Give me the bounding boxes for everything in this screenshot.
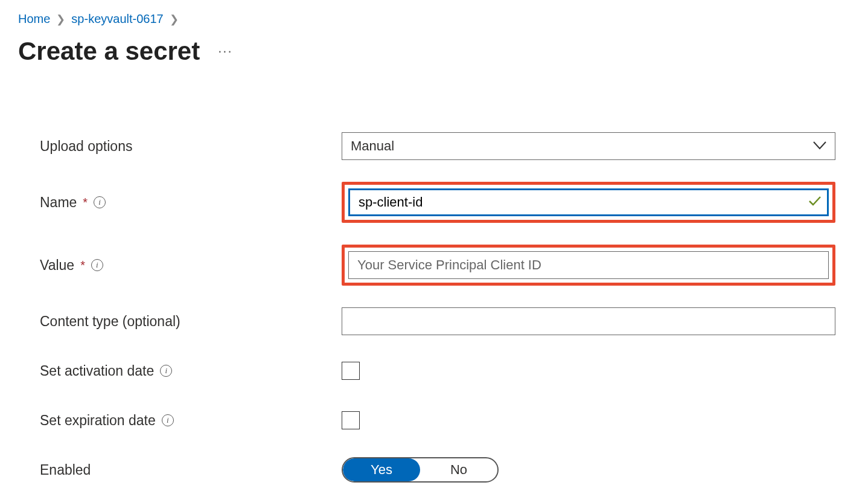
upload-options-dropdown[interactable]: Manual <box>342 132 835 160</box>
title-row: Create a secret ··· <box>18 37 850 66</box>
label-text: Set activation date <box>40 363 154 379</box>
label-upload-options: Upload options <box>40 138 342 155</box>
breadcrumb-keyvault[interactable]: sp-keyvault-0617 <box>71 12 163 26</box>
row-content-type: Content type (optional) <box>40 307 850 335</box>
enabled-toggle: Yes No <box>342 457 499 483</box>
label-enabled: Enabled <box>40 462 342 478</box>
enabled-yes-button[interactable]: Yes <box>343 458 420 481</box>
control-enabled: Yes No <box>342 457 835 483</box>
label-value: Value * i <box>40 257 342 274</box>
name-input[interactable] <box>348 188 829 216</box>
row-value: Value * i <box>40 245 850 286</box>
info-icon[interactable]: i <box>94 196 106 208</box>
control-activation-date <box>342 362 835 380</box>
label-content-type: Content type (optional) <box>40 313 342 330</box>
value-input[interactable] <box>348 251 829 279</box>
info-icon[interactable]: i <box>91 259 103 271</box>
breadcrumb: Home ❯ sp-keyvault-0617 ❯ <box>18 12 850 26</box>
required-asterisk: * <box>80 258 85 272</box>
expiration-date-checkbox[interactable] <box>342 411 360 429</box>
dropdown-value: Manual <box>351 138 394 154</box>
control-name-highlight <box>342 182 835 223</box>
label-text: Name <box>40 194 77 211</box>
breadcrumb-home[interactable]: Home <box>18 12 50 26</box>
control-expiration-date <box>342 411 835 429</box>
label-name: Name * i <box>40 194 342 211</box>
enabled-no-button[interactable]: No <box>420 458 497 481</box>
control-upload-options: Manual <box>342 132 835 160</box>
row-expiration-date: Set expiration date i <box>40 406 850 434</box>
more-menu-button[interactable]: ··· <box>218 43 232 59</box>
info-icon[interactable]: i <box>160 365 172 377</box>
row-name: Name * i <box>40 182 850 223</box>
control-content-type <box>342 307 835 335</box>
chevron-right-icon: ❯ <box>170 13 179 26</box>
label-expiration-date: Set expiration date i <box>40 412 342 429</box>
label-text: Set expiration date <box>40 412 156 429</box>
row-activation-date: Set activation date i <box>40 357 850 385</box>
row-upload-options: Upload options Manual <box>40 132 850 160</box>
label-text: Content type (optional) <box>40 313 180 330</box>
label-text: Enabled <box>40 462 91 478</box>
control-value-highlight <box>342 245 835 286</box>
chevron-down-icon <box>813 140 826 153</box>
page-title: Create a secret <box>18 37 200 66</box>
create-secret-form: Upload options Manual Name * i Valu <box>18 132 850 484</box>
content-type-input[interactable] <box>342 307 835 335</box>
label-activation-date: Set activation date i <box>40 363 342 379</box>
required-asterisk: * <box>83 196 88 210</box>
label-text: Upload options <box>40 138 132 155</box>
row-enabled: Enabled Yes No <box>40 456 850 484</box>
info-icon[interactable]: i <box>162 414 174 426</box>
chevron-right-icon: ❯ <box>56 13 65 26</box>
activation-date-checkbox[interactable] <box>342 362 360 380</box>
label-text: Value <box>40 257 74 274</box>
